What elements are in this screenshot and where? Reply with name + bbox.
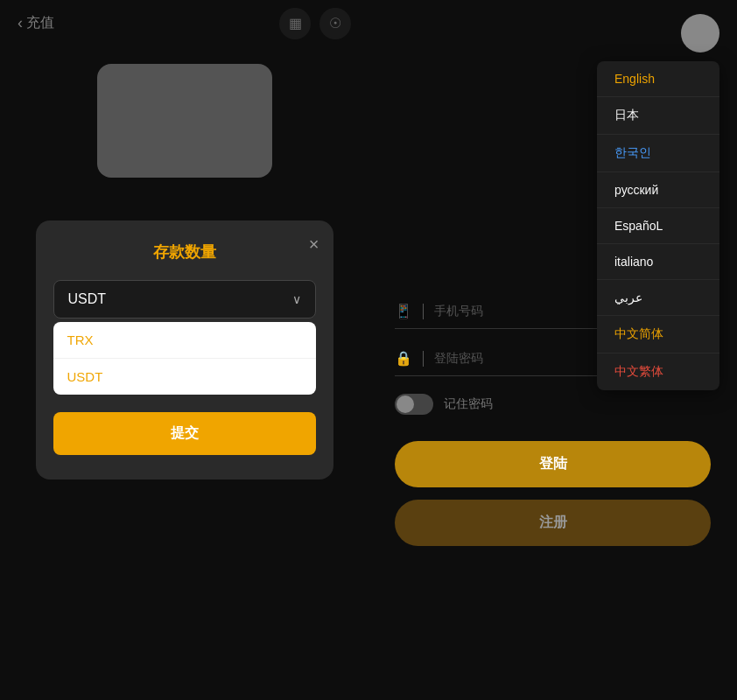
login-button[interactable]: 登陆 [395, 441, 711, 487]
modal-overlay: 存款数量 × USDT ∨ TRX USDT 提交 [0, 0, 368, 700]
lang-spanish-label: EspañoL [614, 219, 663, 233]
trx-label: TRX [67, 332, 94, 347]
lang-arabic-label: عربي [614, 290, 642, 304]
remember-label: 记住密码 [444, 396, 493, 412]
input-divider-phone [423, 304, 424, 319]
phone-icon: 📱 [395, 303, 412, 319]
language-dropdown: English 日本 한국인 русский EspañoL italiano … [597, 61, 719, 390]
lang-traditional-label: 中文繁体 [614, 364, 663, 378]
modal-title: 存款数量 [53, 242, 316, 262]
lock-icon: 🔒 [395, 350, 412, 367]
dropdown-list: TRX USDT [53, 322, 316, 395]
lang-simplified-label: 中文简体 [614, 326, 663, 340]
currency-dropdown[interactable]: USDT ∨ TRX USDT [53, 280, 316, 395]
lang-item-russian[interactable]: русский [597, 172, 719, 208]
register-button[interactable]: 注册 [395, 500, 711, 546]
avatar [681, 14, 719, 52]
remember-row: 记住密码 [395, 388, 711, 420]
submit-button[interactable]: 提交 [53, 412, 316, 455]
lang-italian-label: italiano [614, 255, 653, 269]
toggle-knob [397, 396, 414, 413]
lang-item-english[interactable]: English [597, 61, 719, 97]
left-panel: ‹ 充值 ▦ ☉ 存款数量 × USDT ∨ TRX [0, 0, 368, 700]
lang-japanese-label: 日本 [614, 108, 639, 122]
dropdown-arrow-icon: ∨ [292, 292, 301, 306]
right-panel: English 日本 한국인 русский EspañoL italiano … [368, 0, 737, 700]
password-input[interactable]: 登陆密码 [434, 351, 483, 367]
selected-value: USDT [68, 291, 107, 307]
lang-item-spanish[interactable]: EspañoL [597, 208, 719, 244]
lang-russian-label: русский [614, 183, 658, 197]
lang-item-japanese[interactable]: 日本 [597, 97, 719, 135]
usdt-label: USDT [67, 369, 103, 384]
dropdown-item-trx[interactable]: TRX [53, 322, 316, 359]
lang-item-arabic[interactable]: عربي [597, 280, 719, 316]
dropdown-item-usdt[interactable]: USDT [53, 359, 316, 395]
lang-item-simplified[interactable]: 中文简体 [597, 316, 719, 354]
lang-english-label: English [614, 72, 655, 86]
deposit-modal: 存款数量 × USDT ∨ TRX USDT 提交 [36, 220, 333, 480]
input-divider-password [423, 351, 424, 367]
lang-item-traditional[interactable]: 中文繁体 [597, 354, 719, 390]
remember-toggle[interactable] [395, 394, 433, 415]
phone-input[interactable]: 手机号码 [434, 304, 483, 319]
lang-item-korean[interactable]: 한국인 [597, 135, 719, 172]
modal-close-button[interactable]: × [309, 234, 319, 255]
right-header [368, 0, 737, 66]
lang-item-italian[interactable]: italiano [597, 244, 719, 280]
dropdown-selected[interactable]: USDT ∨ [53, 280, 316, 318]
lang-korean-label: 한국인 [614, 145, 651, 159]
